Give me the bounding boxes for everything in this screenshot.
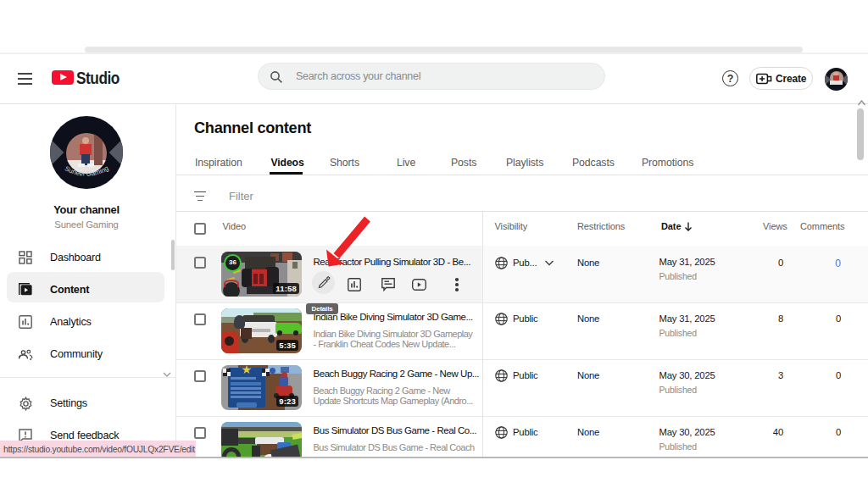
svg-text:Suneel Gaming: Suneel Gaming [64, 164, 110, 178]
